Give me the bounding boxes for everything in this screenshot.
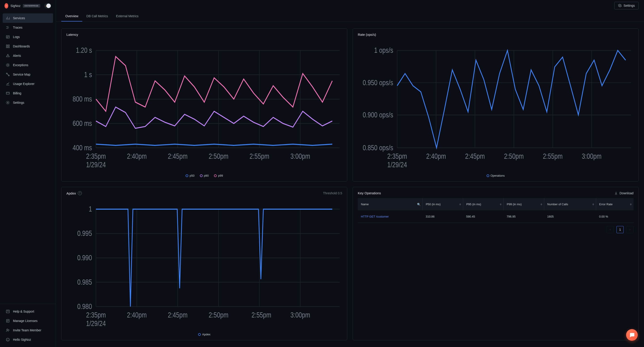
info-icon [6,338,10,342]
rate-chart[interactable]: 1 ops/s 0.950 ops/s 0.900 ops/s 0.850 op… [358,38,634,172]
sidebar-item-label: Traces [13,26,22,29]
chevron-right-icon [628,228,631,231]
svg-text:2:50pm: 2:50pm [504,152,524,160]
svg-text:1/29/24: 1/29/24 [86,161,106,169]
apdex-chart[interactable]: 1 0.995 0.990 0.985 0.980 2:35pm 2:40pm … [66,197,342,331]
sidebar-item-services[interactable]: Services [3,14,53,23]
legend-operations[interactable]: Operations [486,174,505,177]
pager-prev-button[interactable] [607,226,614,233]
cell-p99: 796.95 [504,210,544,223]
column-calls[interactable]: Number of Calls [544,198,596,210]
dot-icon [186,174,188,177]
svg-text:2:55pm: 2:55pm [252,311,271,319]
sidebar-item-settings[interactable]: Settings [3,98,53,107]
sort-icon[interactable] [592,203,594,205]
legend-p99[interactable]: p99 [214,174,223,177]
search-icon[interactable]: 🔍 [417,202,420,206]
sidebar-item-label: Services [13,16,25,20]
apdex-card: Apdex ? Threshold 0.5 [61,187,347,340]
sidebar-item-label: Manage Licenses [13,319,38,323]
sidebar-item-licenses[interactable]: Manage Licenses [3,316,53,326]
column-name[interactable]: Name🔍 [358,198,422,210]
svg-rect-1 [6,45,8,46]
gear-icon [618,4,622,8]
sidebar-item-label: Dashboards [13,44,30,48]
sidebar-item-service-map[interactable]: Service Map [3,70,53,79]
theme-toggle[interactable] [44,3,51,8]
latency-chart[interactable]: 1.20 s 1 s 800 ms 600 ms 400 ms 2:35pm 2… [66,38,342,172]
legend-p50[interactable]: p50 [186,174,194,177]
svg-text:2:45pm: 2:45pm [168,152,188,160]
billing-icon [6,91,10,95]
key-operations-table: Name🔍 P50 (in ms) P95 (in ms) P99 (in ms… [358,198,634,223]
svg-text:400 ms: 400 ms [73,144,92,152]
latency-card: Latency [61,28,347,182]
svg-text:2:40pm: 2:40pm [127,311,147,319]
chat-fab[interactable] [626,329,638,341]
svg-text:1 ops/s: 1 ops/s [374,46,393,54]
sidebar-item-exceptions[interactable]: Exceptions [3,60,53,70]
table-header-row: Name🔍 P50 (in ms) P95 (in ms) P99 (in ms… [358,198,634,210]
map-icon [6,72,10,76]
help-circle-icon[interactable]: ? [78,191,82,195]
bug-icon [6,63,10,67]
svg-rect-3 [6,47,8,48]
cell-error-rate: 0.00 % [596,210,634,223]
sidebar-item-billing[interactable]: Billing [3,88,53,98]
svg-text:2:40pm: 2:40pm [426,152,446,160]
sidebar-item-dashboards[interactable]: Dashboards [3,42,53,51]
pager-next-button[interactable] [626,226,634,233]
tabs: Overview DB Call Metrics External Metric… [56,11,644,22]
sidebar-item-invite[interactable]: Invite Team Member [3,326,53,335]
legend-apdex[interactable]: Apdex [198,333,210,336]
sidebar-item-logs[interactable]: Logs [3,32,53,42]
pager-page-1[interactable]: 1 [616,226,624,233]
brand-header: SigNoz ENTERPRISE [0,0,56,12]
latency-title: Latency [66,33,342,36]
nav-main: Services Traces Logs Dashboards Alerts E… [0,12,56,304]
operation-link[interactable]: HTTP GET /customer [361,215,389,218]
sidebar-item-alerts[interactable]: Alerts [3,51,53,60]
sidebar-item-label: Logs [13,35,20,39]
main: Settings Overview DB Call Metrics Extern… [56,0,644,347]
help-icon [6,310,10,314]
svg-text:3:00pm: 3:00pm [290,152,310,160]
svg-text:1/29/24: 1/29/24 [86,320,106,328]
sidebar-item-traces[interactable]: Traces [3,23,53,32]
column-error-rate[interactable]: Error Rate [596,198,634,210]
svg-text:0.950 ops/s: 0.950 ops/s [363,78,393,86]
apdex-legend: Apdex [66,333,342,336]
sort-icon[interactable] [540,203,542,205]
svg-text:800 ms: 800 ms [73,95,92,103]
table-row[interactable]: HTTP GET /customer 310.86 590.45 796.95 … [358,210,634,223]
sidebar-item-usage-explorer[interactable]: Usage Explorer [3,79,53,88]
svg-text:0.995: 0.995 [77,230,92,238]
tab-overview[interactable]: Overview [61,11,82,22]
sidebar-item-help[interactable]: Help & Support [3,307,53,316]
sidebar-item-label: Alerts [13,54,21,58]
svg-text:2:35pm: 2:35pm [86,311,106,319]
svg-text:0.850 ops/s: 0.850 ops/s [363,144,393,152]
alert-icon [6,54,10,58]
download-button[interactable]: Download [614,192,634,195]
nav-bottom: Help & Support Manage Licenses Invite Te… [0,304,56,347]
svg-text:600 ms: 600 ms [73,119,92,127]
sort-icon[interactable] [500,203,502,205]
sidebar-item-label: Help & Support [13,310,34,313]
sort-icon[interactable] [459,203,461,205]
sidebar-item-label: Settings [13,101,24,104]
tab-external-metrics[interactable]: External Metrics [112,11,142,22]
svg-rect-8 [6,92,10,94]
settings-button[interactable]: Settings [614,2,639,10]
svg-text:2:50pm: 2:50pm [209,311,228,319]
sort-icon[interactable] [630,203,632,205]
column-p50[interactable]: P50 (in ms) [422,198,463,210]
legend-p90[interactable]: p90 [200,174,209,177]
sidebar-item-hello[interactable]: Hello SigNoz [3,335,53,344]
column-p95[interactable]: P95 (in ms) [463,198,504,210]
svg-text:1.20 s: 1.20 s [76,46,92,54]
cell-calls: 1605 [544,210,596,223]
tab-db-call-metrics[interactable]: DB Call Metrics [82,11,112,22]
cell-p50: 310.86 [422,210,463,223]
column-p99[interactable]: P99 (in ms) [504,198,544,210]
